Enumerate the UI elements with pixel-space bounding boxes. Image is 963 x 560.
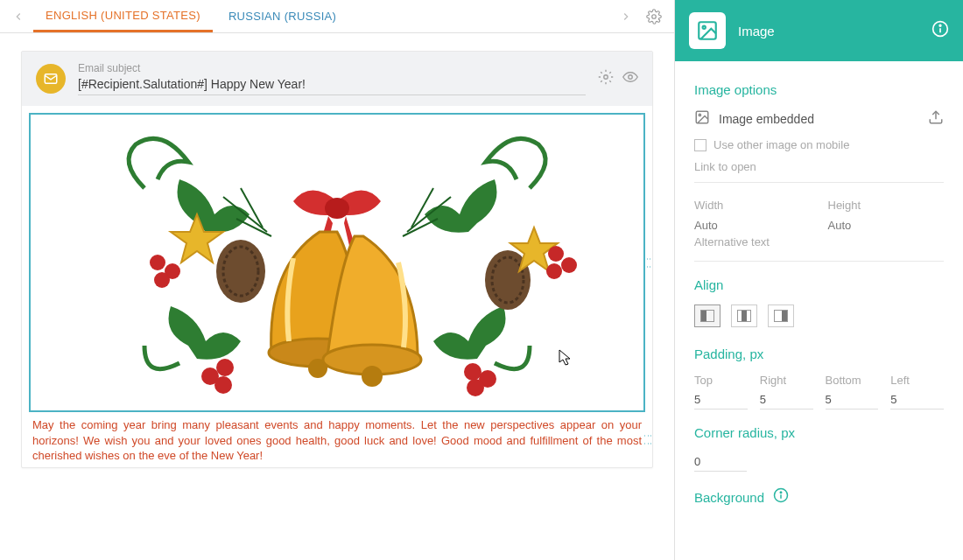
section-background: Background xyxy=(694,490,764,505)
section-align: Align xyxy=(694,277,944,292)
pad-top-label: Top xyxy=(694,374,748,387)
svg-point-28 xyxy=(325,198,349,219)
width-value[interactable]: Auto xyxy=(694,215,811,232)
svg-point-16 xyxy=(150,255,165,270)
svg-point-3 xyxy=(629,75,633,80)
height-label: Height xyxy=(828,199,945,212)
svg-point-27 xyxy=(467,379,484,396)
upload-icon[interactable] xyxy=(928,109,944,128)
section-corner: Corner radius, px xyxy=(694,425,944,440)
svg-line-5 xyxy=(241,188,263,228)
align-center-button[interactable] xyxy=(731,304,757,327)
tab-next-icon[interactable] xyxy=(615,5,637,28)
panel-title: Image xyxy=(738,24,919,38)
svg-point-39 xyxy=(699,114,700,116)
svg-line-8 xyxy=(411,188,433,228)
svg-point-18 xyxy=(154,272,170,288)
svg-point-0 xyxy=(652,14,657,18)
svg-point-34 xyxy=(703,26,706,29)
height-value[interactable]: Auto xyxy=(828,215,945,232)
corner-radius-input[interactable]: 0 xyxy=(694,452,747,472)
section-padding: Padding, px xyxy=(694,346,944,361)
svg-point-25 xyxy=(464,363,482,381)
link-to-open[interactable]: Link to open xyxy=(694,160,944,183)
envelope-icon xyxy=(36,64,66,94)
tab-english[interactable]: ENGLISH (UNITED STATES) xyxy=(33,1,213,32)
mobile-image-label: Use other image on mobile xyxy=(713,138,849,151)
alt-text-label[interactable]: Alternative text xyxy=(694,235,944,248)
svg-point-21 xyxy=(214,376,232,394)
svg-point-37 xyxy=(939,24,941,26)
pad-right-label: Right xyxy=(760,374,813,387)
align-right-button[interactable] xyxy=(768,304,794,327)
subject-label: Email subject xyxy=(78,62,586,74)
svg-point-43 xyxy=(780,492,782,494)
pad-top-input[interactable]: 5 xyxy=(694,390,748,410)
image-thumb-icon xyxy=(694,109,710,128)
section-image-options: Image options xyxy=(694,82,944,97)
pad-bottom-label: Bottom xyxy=(826,374,879,387)
email-card: Email subject [#Recipient.Salutation#] H… xyxy=(21,51,653,468)
svg-point-2 xyxy=(604,75,608,80)
pad-right-input[interactable]: 5 xyxy=(760,390,813,410)
properties-panel: Image Image options Image embedded Use o… xyxy=(674,0,963,560)
drag-handle-icon[interactable]: ⋮⋮ xyxy=(643,255,652,270)
mobile-image-checkbox[interactable] xyxy=(694,139,706,151)
image-block[interactable]: ⋮⋮ xyxy=(29,113,645,412)
language-tabs: ENGLISH (UNITED STATES) RUSSIAN (RUSSIA) xyxy=(0,0,674,33)
info-icon[interactable] xyxy=(773,487,789,507)
eye-icon[interactable] xyxy=(622,69,638,88)
pad-left-input[interactable]: 5 xyxy=(890,390,944,410)
image-embedded-label: Image embedded xyxy=(719,112,814,126)
tab-russian[interactable]: RUSSIAN (RUSSIA) xyxy=(216,2,348,31)
width-label: Width xyxy=(694,199,811,212)
holiday-image xyxy=(34,118,640,407)
svg-point-20 xyxy=(216,359,234,376)
subject-input[interactable]: [#Recipient.Salutation#] Happy New Year! xyxy=(78,77,586,95)
subject-row: Email subject [#Recipient.Salutation#] H… xyxy=(22,52,652,106)
body-text[interactable]: May the coming year bring many pleasant … xyxy=(29,412,645,467)
gear-icon[interactable] xyxy=(598,69,614,88)
align-left-button[interactable] xyxy=(694,304,720,327)
tab-prev-icon[interactable] xyxy=(7,5,30,28)
svg-point-24 xyxy=(546,263,562,279)
info-icon[interactable] xyxy=(931,20,949,41)
drag-handle-icon[interactable]: ⋮⋮ xyxy=(643,431,655,447)
svg-point-22 xyxy=(548,246,564,262)
svg-point-32 xyxy=(362,366,383,387)
gear-icon[interactable] xyxy=(641,4,667,30)
pad-bottom-input[interactable]: 5 xyxy=(826,390,879,410)
image-icon xyxy=(689,12,726,49)
svg-point-23 xyxy=(561,257,577,273)
pad-left-label: Left xyxy=(890,374,944,387)
